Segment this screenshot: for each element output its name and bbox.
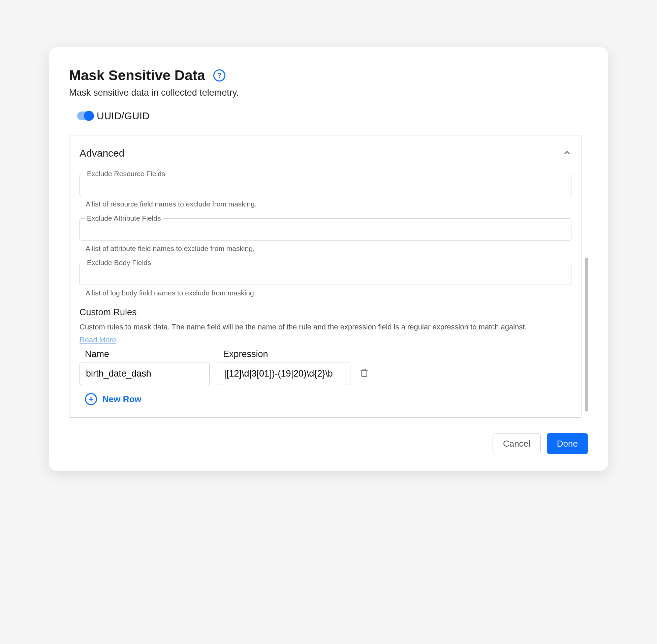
modal-title: Mask Sensitive Data bbox=[69, 67, 205, 84]
exclude-resource-help: A list of resource field names to exclud… bbox=[86, 200, 571, 208]
modal-header: Mask Sensitive Data ? bbox=[69, 67, 588, 84]
modal-footer: Cancel Done bbox=[69, 433, 588, 454]
exclude-body-group: Exclude Body Fields A list of log body f… bbox=[80, 263, 571, 297]
exclude-body-label: Exclude Body Fields bbox=[85, 259, 153, 267]
chevron-up-icon[interactable] bbox=[563, 148, 571, 158]
exclude-attribute-group: Exclude Attribute Fields A list of attri… bbox=[80, 218, 571, 253]
modal-subtitle: Mask sensitive data in collected telemet… bbox=[69, 88, 588, 98]
read-more-link[interactable]: Read More bbox=[80, 336, 116, 344]
scrollbar-track[interactable] bbox=[585, 110, 588, 418]
done-button[interactable]: Done bbox=[547, 433, 588, 454]
rule-name-input[interactable] bbox=[80, 362, 209, 385]
advanced-header[interactable]: Advanced bbox=[80, 147, 571, 159]
advanced-title: Advanced bbox=[80, 147, 124, 159]
cancel-button[interactable]: Cancel bbox=[493, 433, 541, 454]
trash-icon[interactable] bbox=[359, 367, 370, 380]
rule-expression-input[interactable] bbox=[218, 362, 350, 385]
help-icon[interactable]: ? bbox=[213, 69, 225, 82]
new-row-button[interactable]: + New Row bbox=[85, 393, 571, 405]
advanced-section: Advanced Exclude Resource Fields A list … bbox=[69, 135, 582, 418]
custom-rules-title: Custom Rules bbox=[80, 307, 571, 318]
new-row-label: New Row bbox=[103, 394, 141, 405]
exclude-body-input[interactable] bbox=[80, 263, 571, 285]
exclude-body-help: A list of log body field names to exclud… bbox=[86, 289, 571, 297]
rule-header-row: Name Expression bbox=[80, 349, 571, 360]
plus-icon: + bbox=[85, 393, 97, 405]
rule-name-header: Name bbox=[80, 349, 209, 360]
exclude-attribute-help: A list of attribute field names to exclu… bbox=[86, 245, 571, 253]
rule-expression-header: Expression bbox=[218, 349, 571, 360]
toggle-knob bbox=[84, 111, 94, 121]
mask-sensitive-data-modal: Mask Sensitive Data ? Mask sensitive dat… bbox=[49, 47, 608, 471]
exclude-resource-group: Exclude Resource Fields A list of resour… bbox=[80, 174, 571, 208]
rule-row bbox=[80, 362, 571, 385]
uuid-toggle-row: UUID/GUID bbox=[77, 110, 582, 121]
uuid-toggle[interactable] bbox=[77, 112, 94, 120]
scrollbar-thumb[interactable] bbox=[585, 258, 588, 412]
custom-rules-description: Custom rules to mask data. The name fiel… bbox=[80, 321, 571, 333]
scroll-area: UUID/GUID Advanced Exclude Resource Fiel… bbox=[69, 110, 588, 418]
exclude-resource-label: Exclude Resource Fields bbox=[85, 170, 167, 178]
uuid-toggle-label: UUID/GUID bbox=[97, 110, 150, 121]
exclude-attribute-label: Exclude Attribute Fields bbox=[85, 214, 163, 222]
